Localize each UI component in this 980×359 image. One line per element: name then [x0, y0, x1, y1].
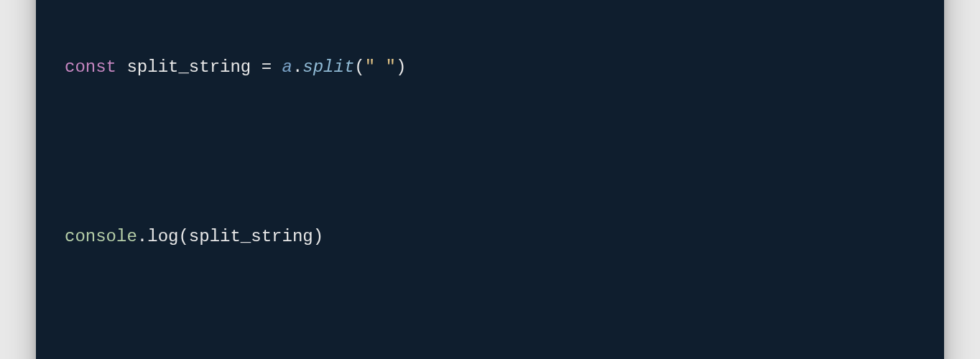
paren-close: ) [396, 57, 406, 77]
keyword-const: const [65, 57, 116, 77]
paren-close: ) [313, 227, 323, 246]
blank-line [65, 307, 915, 338]
code-line-3: console.log(split_string) [65, 223, 915, 251]
space [116, 57, 126, 77]
space [251, 57, 261, 77]
space [272, 57, 282, 77]
paren-open: ( [354, 57, 364, 77]
variable-split-string: split_string [126, 57, 251, 77]
dot-accessor: . [292, 57, 302, 77]
blank-line [65, 137, 915, 169]
paren-open: ( [178, 227, 188, 246]
string-arg: " " [365, 57, 396, 77]
console-object: console [65, 227, 137, 246]
operator-equals: = [262, 57, 272, 77]
code-line-2: const split_string = a.split(" ") [65, 54, 915, 81]
code-block: let a = 'Airbrake Error Monitoring and D… [36, 0, 944, 359]
arg-split-string: split_string [189, 227, 313, 246]
object-a: a [282, 57, 292, 77]
method-split: split [302, 57, 354, 77]
dot-accessor: . [137, 227, 147, 246]
log-method: log [147, 227, 178, 246]
